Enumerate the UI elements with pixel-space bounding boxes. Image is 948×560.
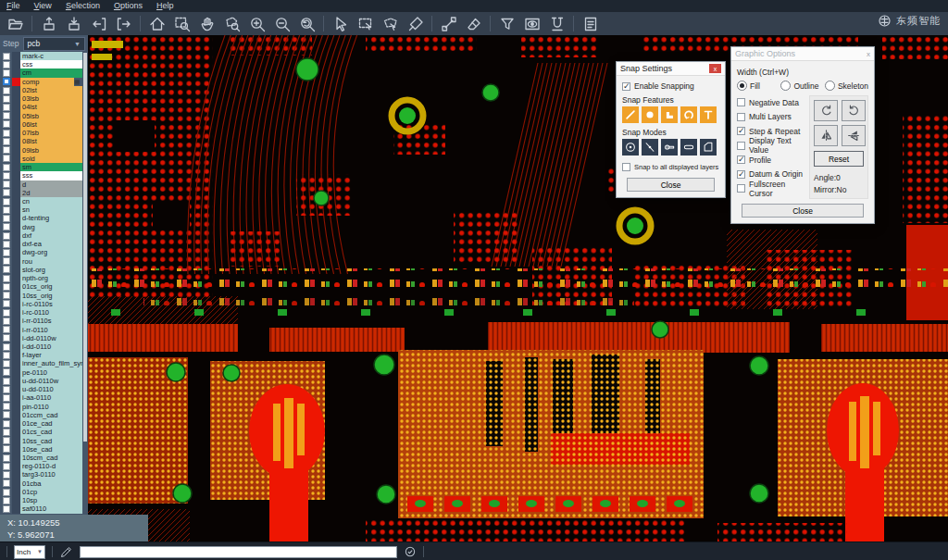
- layer-color-swatch[interactable]: [12, 52, 20, 60]
- exit-right-button[interactable]: [111, 14, 136, 34]
- layer-color-swatch[interactable]: [12, 223, 20, 231]
- checkbox-row-fullscreen-cursor[interactable]: Fullscreen Cursor: [737, 181, 805, 196]
- layer-visibility-checkbox[interactable]: [0, 504, 12, 513]
- layer-visibility-checkbox[interactable]: [0, 137, 12, 145]
- reset-button[interactable]: Reset: [814, 151, 864, 167]
- snap-corner-button[interactable]: [661, 106, 678, 123]
- layer-color-swatch[interactable]: [12, 257, 20, 266]
- snap-line-button[interactable]: [622, 106, 639, 123]
- layer-row-10se_cad[interactable]: 10se_cad: [0, 445, 82, 454]
- layer-color-swatch[interactable]: [12, 292, 20, 300]
- layer-row-cm[interactable]: cm: [0, 68, 82, 77]
- file-down-button[interactable]: [61, 14, 86, 34]
- layer-color-swatch[interactable]: [12, 428, 20, 436]
- checkbox[interactable]: [737, 142, 745, 150]
- layer-color-swatch[interactable]: [12, 377, 20, 385]
- file-up-button[interactable]: [36, 14, 61, 34]
- layer-color-swatch[interactable]: [12, 112, 20, 120]
- layer-row-pin-0110[interactable]: pin-0110: [0, 403, 82, 411]
- layer-visibility-checkbox[interactable]: [0, 180, 12, 189]
- layer-row-01cs_orig[interactable]: 01cs_orig: [0, 282, 82, 291]
- layer-color-swatch[interactable]: [12, 180, 20, 189]
- layer-visibility-checkbox[interactable]: [0, 112, 12, 120]
- home-button[interactable]: [144, 14, 169, 34]
- layer-row-06lst[interactable]: 06lst: [0, 120, 82, 129]
- snap-all-layers-checkbox-row[interactable]: Snap to all displayed layers: [622, 160, 719, 173]
- layer-row-rou[interactable]: rou: [0, 257, 82, 266]
- layer-color-swatch[interactable]: [12, 308, 20, 317]
- layer-row-slot-org[interactable]: slot-org: [0, 266, 82, 274]
- layer-row-css[interactable]: css: [0, 60, 82, 68]
- layer-row-i-rr-0110s[interactable]: i-rr-0110s: [0, 317, 82, 325]
- layer-color-swatch[interactable]: [12, 163, 20, 171]
- layer-visibility-checkbox[interactable]: [0, 334, 12, 342]
- layer-visibility-checkbox[interactable]: [0, 248, 12, 256]
- menu-file[interactable]: File: [6, 0, 20, 12]
- pan-button[interactable]: [194, 14, 219, 34]
- layer-row-10ss_orig[interactable]: 10ss_orig: [0, 292, 82, 300]
- layer-visibility-checkbox[interactable]: [0, 189, 12, 197]
- menu-selection[interactable]: Selection: [66, 0, 100, 12]
- layer-row-09lsb[interactable]: 09lsb: [0, 146, 82, 155]
- layer-visibility-checkbox[interactable]: [0, 385, 12, 393]
- layer-visibility-checkbox[interactable]: [0, 326, 12, 334]
- layer-color-swatch[interactable]: [12, 120, 20, 129]
- checkbox[interactable]: [737, 98, 745, 106]
- layer-color-swatch[interactable]: [12, 94, 20, 103]
- layer-row-inner_auto_film_symb[interactable]: inner_auto_film_symb: [0, 359, 82, 367]
- layer-visibility-checkbox[interactable]: [0, 78, 12, 86]
- layer-visibility-checkbox[interactable]: [0, 282, 12, 291]
- snap-button[interactable]: [544, 14, 569, 34]
- layer-row-sold[interactable]: sold: [0, 155, 82, 163]
- layer-row-01ccm_cad[interactable]: 01ccm_cad: [0, 411, 82, 419]
- units-select[interactable]: Inch ▼: [14, 545, 45, 559]
- checkbox[interactable]: ✓: [622, 82, 630, 91]
- layer-color-swatch[interactable]: [12, 317, 20, 325]
- layer-row-saf0110[interactable]: saf0110: [0, 504, 82, 513]
- layer-row-npth-org[interactable]: npth-org: [0, 274, 82, 282]
- layer-row-i-rr-0110[interactable]: i-rr-0110: [0, 326, 82, 334]
- layer-visibility-checkbox[interactable]: [0, 377, 12, 385]
- layer-row-mark-c[interactable]: mark-c: [0, 52, 82, 60]
- layer-color-swatch[interactable]: [12, 197, 20, 205]
- layer-color-swatch[interactable]: [12, 393, 20, 402]
- mode-region-button[interactable]: [700, 139, 717, 156]
- layer-visibility-checkbox[interactable]: [0, 462, 12, 470]
- open-folder-button[interactable]: [3, 14, 28, 34]
- rotate-ccw-button[interactable]: [842, 100, 866, 121]
- layer-visibility-checkbox[interactable]: [0, 257, 12, 266]
- checkbox[interactable]: ✓: [737, 170, 745, 179]
- exit-left-button[interactable]: [86, 14, 111, 34]
- checkbox[interactable]: [622, 163, 630, 171]
- layer-visibility-checkbox[interactable]: [0, 479, 12, 488]
- layer-visibility-checkbox[interactable]: [0, 411, 12, 419]
- layer-color-swatch[interactable]: [12, 146, 20, 155]
- layer-color-swatch[interactable]: [12, 300, 20, 308]
- layer-color-swatch[interactable]: [12, 334, 20, 342]
- layer-visibility-checkbox[interactable]: [0, 94, 12, 103]
- checkbox[interactable]: ✓: [737, 156, 745, 164]
- zoom-polygon-button[interactable]: [219, 14, 244, 34]
- layer-visibility-checkbox[interactable]: [0, 317, 12, 325]
- layer-row-i-dd-0110w[interactable]: i-dd-0110w: [0, 334, 82, 342]
- radio-skeleton[interactable]: Skeleton: [825, 81, 868, 91]
- layer-row-u-dd-0110w[interactable]: u-dd-0110w: [0, 377, 82, 385]
- layer-row-sm[interactable]: sm: [0, 163, 82, 171]
- layer-row-01cba[interactable]: 01cba: [0, 479, 82, 488]
- layer-visibility-checkbox[interactable]: [0, 445, 12, 454]
- layer-row-dxf-ea[interactable]: dxf-ea: [0, 240, 82, 248]
- layer-color-swatch[interactable]: [12, 342, 20, 351]
- eraser-button[interactable]: [461, 14, 486, 34]
- layer-visibility-checkbox[interactable]: [0, 155, 12, 163]
- layer-row-07lsb[interactable]: 07lsb: [0, 129, 82, 137]
- layer-color-swatch[interactable]: [12, 488, 20, 496]
- layer-color-swatch[interactable]: [12, 248, 20, 256]
- layer-visibility-checkbox[interactable]: [0, 171, 12, 180]
- layer-visibility-checkbox[interactable]: [0, 240, 12, 248]
- layer-color-swatch[interactable]: [12, 403, 20, 411]
- mode-key-button[interactable]: [661, 139, 678, 156]
- mode-slot-button[interactable]: [680, 139, 697, 156]
- menu-options[interactable]: Options: [114, 0, 143, 12]
- menu-view[interactable]: View: [34, 0, 52, 12]
- zoom-in-button[interactable]: [244, 14, 269, 34]
